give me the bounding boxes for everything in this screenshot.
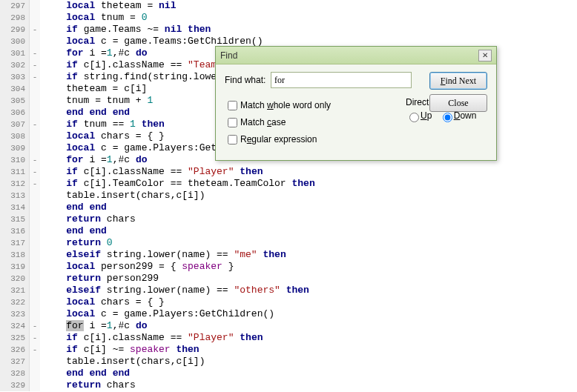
code-text[interactable]: end end (40, 225, 107, 237)
code-text[interactable]: local person299 = { speaker } (40, 261, 234, 273)
code-line[interactable]: 328 end end end (0, 368, 577, 379)
code-line[interactable]: 311- if c[i].className == "Player" then (0, 166, 577, 178)
fold-marker[interactable]: - (30, 154, 40, 166)
code-line[interactable]: 317 return 0 (0, 237, 577, 249)
code-text[interactable]: end end end (40, 107, 130, 119)
code-line[interactable]: 312- if c[i].TeamColor == theteam.TeamCo… (0, 178, 577, 190)
code-line[interactable]: 316 end end (0, 225, 577, 237)
code-line[interactable]: 322 local chars = { } (0, 296, 577, 308)
find-what-input[interactable] (271, 72, 412, 88)
line-number: 310 (0, 154, 30, 166)
code-text[interactable]: table.insert(chars,c[i]) (40, 356, 205, 368)
code-line[interactable]: 326- if c[i] ~= speaker then (0, 344, 577, 356)
fold-marker[interactable]: - (30, 71, 40, 83)
line-number: 323 (0, 308, 30, 320)
code-line[interactable]: 324- for i =1,#c do (0, 320, 577, 332)
fold-marker (30, 237, 40, 249)
fold-marker (30, 285, 40, 296)
code-text[interactable]: local tnum = 0 (40, 12, 147, 24)
code-text[interactable]: for i =1,#c do (40, 47, 147, 59)
fold-marker[interactable]: - (30, 24, 40, 36)
code-line[interactable]: 314 end end (0, 202, 577, 213)
fold-marker[interactable]: - (30, 344, 40, 356)
code-text[interactable]: elseif string.lower(name) == "me" then (40, 249, 286, 261)
fold-marker[interactable]: - (30, 332, 40, 344)
code-line[interactable]: 318 elseif string.lower(name) == "me" th… (0, 249, 577, 261)
code-text[interactable]: if game.Teams ~= nil then (40, 24, 211, 36)
line-number: 318 (0, 249, 30, 261)
find-body: Find Next Close Find what: Match whole w… (216, 64, 496, 160)
line-number: 301 (0, 47, 30, 59)
code-text[interactable]: theteam = c[i] (40, 83, 147, 95)
find-what-label: Find what: (225, 75, 271, 85)
fold-marker (30, 249, 40, 261)
code-text[interactable]: if c[i] ~= speaker then (40, 344, 200, 356)
code-line[interactable]: 329 return chars (0, 379, 577, 391)
line-number: 314 (0, 202, 30, 213)
code-line[interactable]: 323 local c = game.Players:GetChildren() (0, 308, 577, 320)
code-line[interactable]: 319 local person299 = { speaker } (0, 261, 577, 273)
fold-marker[interactable]: - (30, 119, 40, 130)
code-text[interactable]: table.insert(chars,c[i]) (40, 190, 205, 202)
close-icon[interactable]: ✕ (478, 50, 492, 62)
find-next-button[interactable]: Find Next (429, 72, 487, 90)
line-number: 315 (0, 213, 30, 225)
line-number: 327 (0, 356, 30, 368)
code-text[interactable]: if c[i].TeamColor == theteam.TeamColor t… (40, 178, 315, 190)
fold-marker[interactable]: - (30, 47, 40, 59)
fold-marker[interactable]: - (30, 59, 40, 71)
code-line[interactable]: 321 elseif string.lower(name) == "others… (0, 285, 577, 296)
code-text[interactable]: if c[i].className == "Player" then (40, 332, 263, 344)
direction-down-radio[interactable]: Down (439, 110, 477, 121)
line-number: 321 (0, 285, 30, 296)
match-case-checkbox[interactable]: Match case (225, 116, 406, 130)
line-number: 313 (0, 190, 30, 202)
fold-marker (30, 83, 40, 95)
code-text[interactable]: end end end (40, 368, 130, 379)
code-text[interactable]: for i =1,#c do (40, 154, 147, 166)
code-text[interactable]: return chars (40, 379, 136, 391)
code-text[interactable]: if tnum == 1 then (40, 119, 165, 130)
line-number: 317 (0, 237, 30, 249)
code-text[interactable]: local chars = { } (40, 296, 165, 308)
find-titlebar[interactable]: Find ✕ (216, 47, 496, 64)
code-line[interactable]: 327 table.insert(chars,c[i]) (0, 356, 577, 368)
line-number: 319 (0, 261, 30, 273)
direction-up-radio[interactable]: Up (406, 110, 432, 121)
code-text[interactable]: local c = game.Players:GetChildren() (40, 308, 274, 320)
code-line[interactable]: 313 table.insert(chars,c[i]) (0, 190, 577, 202)
code-text[interactable]: local chars = { } (40, 130, 165, 142)
code-text[interactable]: return person299 (40, 273, 159, 285)
code-line[interactable]: 320 return person299 (0, 273, 577, 285)
code-line[interactable]: 325- if c[i].className == "Player" then (0, 332, 577, 344)
line-number: 316 (0, 225, 30, 237)
code-line[interactable]: 297 local theteam = nil (0, 0, 577, 12)
close-button[interactable]: Close (429, 94, 487, 112)
line-number: 302 (0, 59, 30, 71)
code-text[interactable]: for i =1,#c do (40, 320, 147, 332)
code-text[interactable]: return chars (40, 213, 136, 225)
fold-marker (30, 213, 40, 225)
code-line[interactable]: 315 return chars (0, 213, 577, 225)
regex-checkbox[interactable]: Regular expression (225, 133, 406, 147)
line-number: 324 (0, 320, 30, 332)
line-number: 326 (0, 344, 30, 356)
match-whole-word-checkbox[interactable]: Match whole word only (225, 99, 406, 113)
fold-marker[interactable]: - (30, 166, 40, 178)
code-line[interactable]: 299- if game.Teams ~= nil then (0, 24, 577, 36)
fold-marker[interactable]: - (30, 178, 40, 190)
code-text[interactable]: return 0 (40, 237, 113, 249)
code-text[interactable]: if c[i].className == "Player" then (40, 166, 263, 178)
fold-marker (30, 142, 40, 154)
line-number: 322 (0, 296, 30, 308)
find-title-text: Find (220, 50, 237, 61)
fold-marker (30, 356, 40, 368)
code-text[interactable]: tnum = tnum + 1 (40, 95, 153, 107)
code-text[interactable]: end end (40, 202, 107, 213)
code-line[interactable]: 298 local tnum = 0 (0, 12, 577, 24)
fold-marker[interactable]: - (30, 320, 40, 332)
fold-marker (30, 368, 40, 379)
line-number: 297 (0, 0, 30, 12)
code-text[interactable]: local theteam = nil (40, 0, 176, 12)
code-text[interactable]: elseif string.lower(name) == "others" th… (40, 285, 309, 296)
